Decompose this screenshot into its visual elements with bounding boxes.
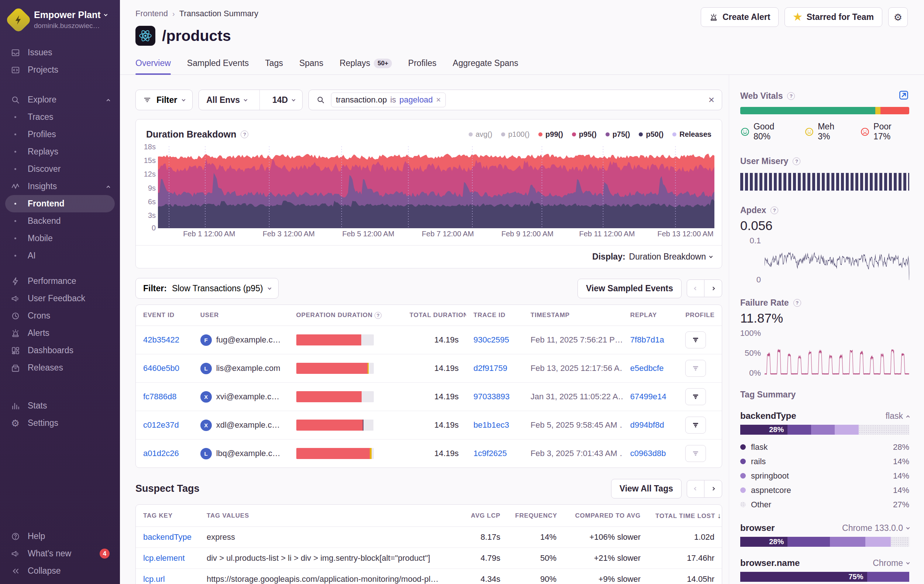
tag-value-selector[interactable]: Chrome — [873, 558, 909, 568]
replay-link[interactable]: e5edbcfe — [630, 364, 664, 373]
legend-p95[interactable]: p95() — [572, 130, 597, 139]
sidebar-item-mobile[interactable]: Mobile — [0, 230, 120, 247]
sidebar-item-dashboards[interactable]: Dashboards — [0, 342, 120, 359]
prev-page-button[interactable] — [687, 280, 705, 297]
tag-key-link[interactable]: lcp.url — [143, 574, 165, 584]
search-bar[interactable]: transaction.op is pageload × × — [309, 90, 722, 110]
profile-button[interactable] — [685, 388, 706, 405]
legend-p100[interactable]: p100() — [501, 130, 530, 139]
starred-for-team-button[interactable]: ★ Starred for Team — [784, 7, 882, 27]
sidebar-item-whats-new[interactable]: What's new 4 — [0, 545, 120, 562]
event-id-link[interactable]: 6460e5b0 — [143, 364, 179, 373]
replay-link[interactable]: 67499e14 — [630, 392, 667, 401]
sidebar-item-projects[interactable]: Projects — [0, 61, 120, 79]
tab-spans[interactable]: Spans — [299, 58, 323, 74]
profile-button[interactable] — [685, 445, 706, 462]
sidebar-item-profiles[interactable]: Profiles — [0, 126, 120, 143]
replay-link[interactable]: c0963d8b — [630, 449, 666, 458]
view-all-tags-button[interactable]: View All Tags — [611, 479, 681, 498]
profile-button[interactable] — [685, 416, 706, 434]
sidebar-item-stats[interactable]: Stats — [0, 397, 120, 415]
search-clear-icon[interactable]: × — [708, 95, 714, 105]
next-page-button[interactable] — [705, 480, 722, 498]
event-id-link[interactable]: a01d2c26 — [143, 449, 179, 458]
help-icon[interactable]: ? — [375, 312, 381, 319]
tab-sampled-events[interactable]: Sampled Events — [187, 58, 249, 74]
sidebar-item-releases[interactable]: Releases — [0, 359, 120, 377]
sidebar-group-insights[interactable]: Insights — [0, 178, 120, 195]
view-sampled-events-button[interactable]: View Sampled Events — [578, 279, 681, 298]
help-icon[interactable]: ? — [793, 158, 800, 165]
list-item[interactable]: springboot14% — [740, 469, 909, 483]
event-id-link[interactable]: fc7886d8 — [143, 392, 177, 401]
tag-value-selector[interactable]: flask — [886, 411, 909, 421]
org-switcher[interactable]: Empower Plant dominik.buszowiec… — [0, 10, 120, 30]
legend-avg[interactable]: avg() — [469, 130, 493, 139]
sidebar-item-settings[interactable]: ⚙ Settings — [0, 415, 120, 432]
legend-p50[interactable]: p50() — [639, 130, 663, 139]
sidebar-item-discover[interactable]: Discover — [0, 160, 120, 178]
event-id-link[interactable]: 42b35422 — [143, 335, 179, 344]
sidebar-item-traces[interactable]: Traces — [0, 109, 120, 126]
legend-releases[interactable]: Releases — [672, 130, 711, 139]
tab-aggregate-spans[interactable]: Aggregate Spans — [453, 58, 518, 74]
trace-id-link[interactable]: be1b1ec3 — [474, 420, 509, 429]
create-alert-button[interactable]: Create Alert — [701, 7, 779, 27]
sidebar-item-help[interactable]: Help — [0, 528, 120, 545]
open-in-new-icon[interactable] — [898, 90, 909, 100]
legend-p99[interactable]: p99() — [538, 130, 563, 139]
profile-button[interactable] — [685, 331, 706, 349]
sidebar-item-performance[interactable]: Performance — [0, 273, 120, 290]
trace-id-link[interactable]: 930c2595 — [474, 335, 509, 344]
prev-page-button[interactable] — [687, 480, 705, 498]
search-token[interactable]: transaction.op is pageload × — [331, 92, 446, 107]
replay-link[interactable]: d994bf8d — [630, 420, 664, 429]
sidebar-collapse-button[interactable]: Collapse — [0, 562, 120, 579]
tab-profiles[interactable]: Profiles — [408, 58, 437, 74]
filter-button[interactable]: Filter — [135, 90, 193, 110]
transactions-filter-button[interactable]: Filter: Slow Transactions (p95) — [135, 278, 279, 299]
trace-id-link[interactable]: 97033893 — [474, 392, 510, 401]
tab-overview[interactable]: Overview — [135, 58, 171, 74]
list-item[interactable]: rails14% — [740, 454, 909, 469]
next-page-button[interactable] — [705, 280, 722, 297]
sidebar-item-user-feedback[interactable]: User Feedback — [0, 290, 120, 307]
sidebar-item-issues[interactable]: Issues — [0, 44, 120, 61]
sidebar-item-frontend[interactable]: Frontend — [5, 195, 115, 212]
sidebar-item-replays[interactable]: Replays — [0, 143, 120, 160]
profile-button[interactable] — [685, 360, 706, 377]
stacked-area-chart[interactable] — [158, 146, 714, 228]
sidebar-item-ai[interactable]: AI — [0, 247, 120, 264]
sidebar-group-explore[interactable]: Explore — [0, 91, 120, 109]
list-item[interactable]: aspnetcore14% — [740, 483, 909, 497]
tab-tags[interactable]: Tags — [265, 58, 283, 74]
display-value[interactable]: Duration Breakdown — [629, 252, 706, 262]
tab-replays[interactable]: Replays50+ — [340, 58, 392, 74]
trace-id-link[interactable]: 1c9f2625 — [474, 449, 507, 458]
tag-key-link[interactable]: lcp.element — [143, 553, 185, 563]
period-selector[interactable]: 14D — [265, 90, 302, 110]
help-icon[interactable]: ? — [771, 206, 778, 214]
col-total-time-lost[interactable]: TOTAL TIME LOST ↓ — [648, 505, 722, 527]
event-id-link[interactable]: c012e37d — [143, 420, 179, 429]
legend-p75[interactable]: p75() — [606, 130, 630, 139]
sidebar-item-backend[interactable]: Backend — [0, 212, 120, 230]
list-item[interactable]: flask28% — [740, 440, 909, 454]
help-icon[interactable]: ? — [787, 92, 795, 100]
replay-link[interactable]: 7f8b7d1a — [630, 335, 664, 344]
tag-distribution-bar[interactable]: 28% — [740, 537, 909, 547]
tag-key-link[interactable]: backendType — [143, 532, 191, 541]
env-selector[interactable]: All Envs — [199, 90, 254, 110]
tag-distribution-bar[interactable]: 75% — [740, 572, 909, 582]
tag-distribution-bar[interactable]: 28% — [740, 425, 909, 435]
breadcrumb-frontend[interactable]: Frontend — [135, 9, 168, 18]
help-icon[interactable]: ? — [794, 299, 801, 307]
tag-value-selector[interactable]: Chrome 133.0.0 — [842, 523, 909, 533]
trace-id-link[interactable]: d2f91759 — [474, 364, 507, 373]
sidebar-item-alerts[interactable]: Alerts — [0, 324, 120, 342]
list-item[interactable]: Other27% — [740, 497, 909, 512]
settings-button[interactable]: ⚙ — [888, 7, 908, 27]
token-remove-icon[interactable]: × — [436, 95, 441, 105]
help-icon[interactable]: ? — [241, 130, 248, 138]
sidebar-item-crons[interactable]: Crons — [0, 307, 120, 324]
